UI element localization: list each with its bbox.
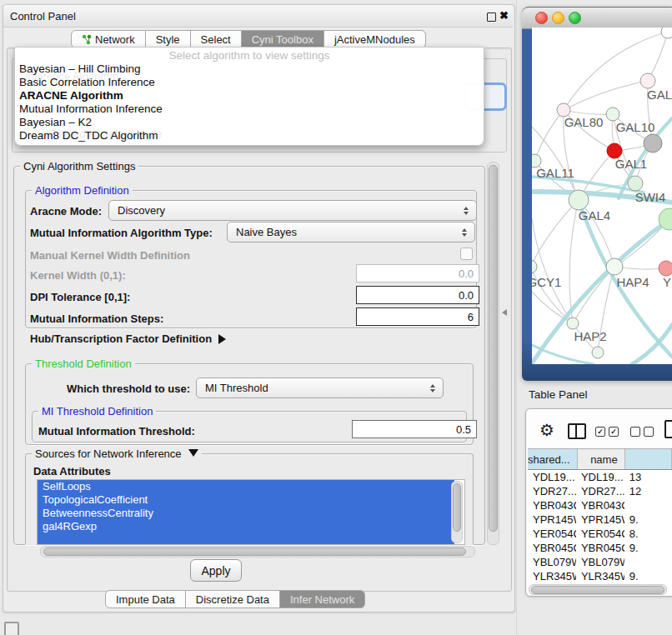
tab-select[interactable]: Select xyxy=(191,30,242,48)
which-threshold-combobox[interactable]: MI Threshold xyxy=(196,378,444,398)
table-cell[interactable]: YBL079W xyxy=(576,555,624,569)
network-node-y[interactable] xyxy=(659,261,672,276)
table-cell[interactable]: YER054C xyxy=(528,527,576,541)
table-row[interactable]: YPR145WYPR145W9. xyxy=(528,512,672,527)
kernel-width-field[interactable]: 0.0 xyxy=(356,264,479,282)
table-cell[interactable]: YBL079W xyxy=(528,555,576,569)
tab-impute-data[interactable]: Impute Data xyxy=(105,590,186,608)
table-cell[interactable] xyxy=(624,498,672,512)
table-cell[interactable]: YBR043C xyxy=(576,498,624,512)
network-node-hap4[interactable] xyxy=(606,258,623,275)
table-cell[interactable]: YBR045C xyxy=(528,541,576,555)
table-header-shared[interactable]: shared... xyxy=(528,449,578,469)
scrollbar-thumb[interactable] xyxy=(531,586,664,594)
attribute-list-scrollbar[interactable] xyxy=(451,481,463,543)
network-node-gal[interactable] xyxy=(640,73,655,88)
tab-network[interactable]: Network xyxy=(71,30,146,48)
network-node-nb[interactable] xyxy=(592,347,604,358)
table-cell[interactable]: YER054C xyxy=(576,527,624,541)
hub-transcription-expander[interactable]: Hub/Transcription Factor Definition xyxy=(30,332,226,345)
manual-kernel-width-checkbox[interactable] xyxy=(460,248,473,260)
network-node-gal4[interactable] xyxy=(569,190,589,210)
scrollbar-thumb[interactable] xyxy=(43,548,466,556)
network-node-gray[interactable] xyxy=(644,134,662,152)
attribute-item-selfloops[interactable]: SelfLoops xyxy=(38,480,454,493)
algorithm-option-bayesian-k2[interactable]: Bayesian – K2 xyxy=(15,116,484,129)
attribute-item-topologicalcoefficient[interactable]: TopologicalCoefficient xyxy=(38,493,454,507)
table-cell[interactable]: 9. xyxy=(624,541,672,555)
mac-close-icon[interactable] xyxy=(535,12,548,24)
mi-steps-field[interactable]: 6 xyxy=(356,308,479,326)
settings-vertical-scrollbar[interactable] xyxy=(487,162,499,545)
table-cell[interactable]: 9. xyxy=(624,512,672,527)
table-row[interactable]: YBL079WYBL079W xyxy=(528,555,672,569)
table-cell[interactable]: YDL19... xyxy=(576,470,624,484)
network-node-gal10[interactable] xyxy=(606,108,619,121)
algorithm-option-basic-correlation-inference[interactable]: Basic Correlation Inference xyxy=(15,76,484,89)
table-cell[interactable]: YLR345W xyxy=(528,569,576,583)
network-graph[interactable]: GALGAL80GAL10GAL1GAL11SWI4GAL4GCY1HAP4YH… xyxy=(532,28,672,364)
table-cell[interactable]: YLR345W xyxy=(576,569,624,583)
collapsed-panel-icon[interactable] xyxy=(4,622,19,635)
float-window-icon[interactable] xyxy=(487,12,496,22)
tab-style[interactable]: Style xyxy=(146,30,191,48)
deselect-all-checkboxes-icon[interactable] xyxy=(630,427,654,437)
table-cell[interactable]: YDR27... xyxy=(528,484,576,498)
table-horizontal-scrollbar[interactable] xyxy=(529,584,667,595)
table-cell[interactable] xyxy=(624,555,672,569)
data-attributes-list[interactable]: SelfLoopsTopologicalCoefficientBetweenne… xyxy=(37,479,465,545)
table-cell[interactable]: 13 xyxy=(624,470,672,484)
apply-button[interactable]: Apply xyxy=(190,559,242,582)
which-threshold-value: MI Threshold xyxy=(197,382,426,394)
dpi-tolerance-field[interactable]: 0.0 xyxy=(356,286,479,304)
table-row[interactable]: YDL19...YDL19...13 xyxy=(528,470,672,484)
mi-algorithm-type-combobox[interactable]: Naive Bayes xyxy=(227,222,475,242)
table-header-name[interactable]: name xyxy=(578,449,625,469)
settings-gear-icon[interactable]: ⚙ xyxy=(539,422,554,438)
network-node-swi4[interactable] xyxy=(628,176,643,191)
network-canvas[interactable]: GALGAL80GAL10GAL1GAL11SWI4GAL4GCY1HAP4YH… xyxy=(532,28,672,364)
table-header-col2[interactable] xyxy=(625,449,672,469)
table-cell[interactable]: 12 xyxy=(624,484,672,498)
network-node-hap2[interactable] xyxy=(567,318,579,329)
close-icon[interactable]: ✖ xyxy=(499,9,509,22)
tab-cyni-toolbox[interactable]: Cyni Toolbox xyxy=(242,30,324,48)
scrollbar-thumb[interactable] xyxy=(453,483,461,532)
table-row[interactable]: YBR045CYBR045C9. xyxy=(528,541,672,555)
scrollbar-thumb[interactable] xyxy=(489,165,498,532)
settings-horizontal-scrollbar[interactable] xyxy=(40,546,475,558)
algorithm-option-bayesian-hill-climbing[interactable]: Bayesian – Hill Climbing xyxy=(15,62,484,76)
mac-zoom-icon[interactable] xyxy=(569,12,581,24)
algorithm-option-mutual-information-inference[interactable]: Mutual Information Inference xyxy=(15,102,484,116)
algorithm-option-dream8-dc-tdc-algorithm[interactable]: Dream8 DC_TDC Algorithm xyxy=(15,129,484,142)
table-cell[interactable]: YPR145W xyxy=(528,512,576,527)
table-cell[interactable]: YDR27... xyxy=(576,484,624,498)
mi-threshold-field[interactable]: 0.5 xyxy=(352,420,477,438)
table-cell[interactable]: YDL19... xyxy=(528,470,576,484)
tab-infer-network[interactable]: Infer Network xyxy=(280,590,365,608)
tab-discretize-data[interactable]: Discretize Data xyxy=(186,590,280,608)
new-column-document-icon[interactable] xyxy=(664,420,672,438)
mac-minimize-icon[interactable] xyxy=(552,12,564,24)
attribute-item-betweennesscentrality[interactable]: BetweennessCentrality xyxy=(38,507,454,520)
table-row[interactable]: YLR345WYLR345W9. xyxy=(528,569,672,583)
aracne-mode-combobox[interactable]: Discovery xyxy=(108,200,477,221)
network-node-n1[interactable] xyxy=(661,28,672,38)
table-cell[interactable]: YPR145W xyxy=(576,512,624,527)
sources-title-expander[interactable]: Sources for Network Inference xyxy=(32,448,202,460)
network-node-gcy1[interactable] xyxy=(532,260,537,273)
table-row[interactable]: YBR043CYBR043C xyxy=(528,498,672,512)
algorithm-option-aracne-algorithm[interactable]: ARACNE Algorithm xyxy=(15,89,484,102)
table-cell[interactable]: YBR045C xyxy=(576,541,624,555)
attribute-item-gal4rgexp[interactable]: gal4RGexp xyxy=(38,520,454,533)
tab-jactivemnodules[interactable]: jActiveMNodules xyxy=(324,30,426,48)
table-row[interactable]: YDR27...YDR27...12 xyxy=(528,484,672,498)
table-cell[interactable]: YBR043C xyxy=(528,498,576,512)
split-columns-icon[interactable] xyxy=(568,423,586,439)
table-row[interactable]: YER054CYER054C8. xyxy=(528,527,672,541)
table-cell[interactable]: 9. xyxy=(624,569,672,583)
table-cell[interactable]: 8. xyxy=(624,527,672,541)
select-all-checkboxes-icon[interactable]: ✓✓ xyxy=(595,427,619,437)
splitter-handle-icon[interactable] xyxy=(502,309,507,316)
attribute-item-partial[interactable] xyxy=(38,533,454,545)
